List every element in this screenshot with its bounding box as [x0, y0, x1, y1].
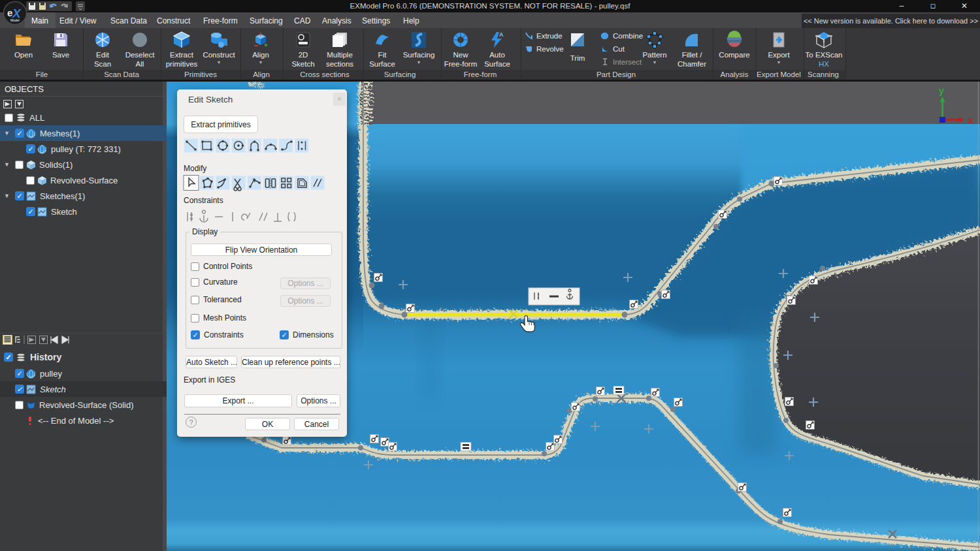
svg-text:Model: Model: [10, 18, 20, 22]
svg-text:A: A: [499, 31, 504, 38]
svg-text:y: y: [939, 86, 944, 96]
svg-text:x: x: [968, 115, 973, 125]
